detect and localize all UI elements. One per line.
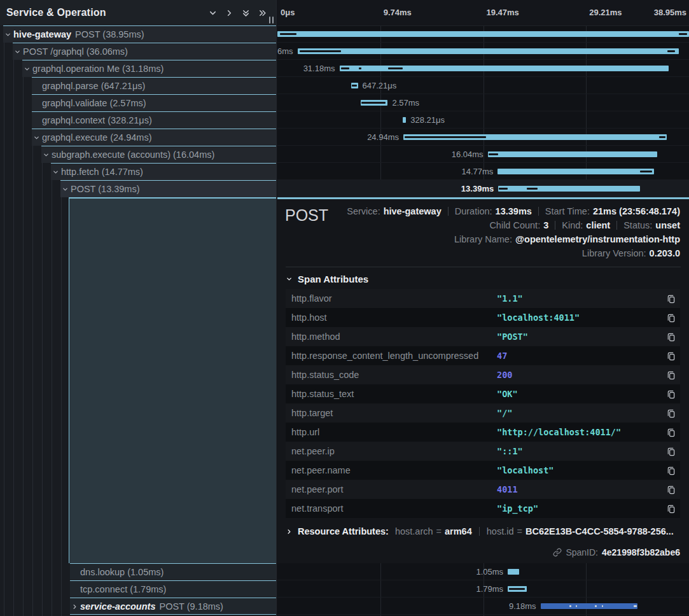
span-duration-label: 328.21μs	[410, 111, 445, 129]
span-tree-row[interactable]: dns.lookup (1.05ms)	[70, 563, 276, 580]
attribute-row: http.status_text"OK"	[286, 384, 680, 403]
span-duration-label: 31.18ms	[303, 60, 335, 77]
span-tree-row[interactable]: POST (13.39ms)	[60, 180, 276, 197]
copy-icon[interactable]	[662, 485, 680, 494]
span-duration-bar[interactable]	[488, 151, 657, 157]
span-attributes-toggle[interactable]: Span Attributes	[286, 274, 689, 284]
column-resizer-handle[interactable]	[268, 15, 275, 25]
copy-icon[interactable]	[662, 370, 680, 380]
meta-label: Child Count:	[489, 220, 540, 230]
child-span-mark	[280, 33, 296, 35]
copy-icon[interactable]	[662, 294, 680, 304]
span-tree-row[interactable]: graphql.context (328.21μs)	[32, 111, 276, 129]
span-duration-bar[interactable]	[403, 134, 667, 140]
child-span-mark	[499, 188, 507, 190]
meta-label: Library Version:	[582, 248, 646, 258]
copy-icon[interactable]	[662, 313, 680, 323]
span-tree-row[interactable]: graphql.validate (2.57ms)	[32, 94, 276, 111]
span-tree-label: graphql.operation Me (31.18ms)	[32, 64, 164, 74]
span-duration-label: 36.06ms	[277, 43, 293, 60]
chevron-down-icon[interactable]	[33, 134, 40, 141]
span-duration-bar[interactable]	[298, 48, 679, 54]
chevron-right-icon[interactable]	[221, 4, 237, 21]
attribute-row: http.host"localhost:4011"	[286, 308, 680, 327]
span-duration-bar[interactable]	[351, 83, 358, 88]
span-meta-line: Child Count:3Kind:clientStatus:unset	[347, 218, 680, 232]
span-tree-label: hive-gatewayPOST (38.95ms)	[13, 29, 144, 39]
span-bar-row[interactable]: 14.77ms	[277, 163, 689, 180]
collapse-all-icon[interactable]	[237, 4, 254, 21]
chevron-right-icon[interactable]	[71, 603, 78, 610]
span-duration-bar[interactable]	[361, 100, 388, 106]
span-duration-bar[interactable]	[508, 569, 518, 575]
span-attributes-table: http.flavor"1.1"http.host"localhost:4011…	[286, 289, 680, 518]
attribute-value: "localhost:4011"	[497, 312, 662, 323]
meta-value: @opentelemetry/instrumentation-http	[515, 234, 680, 244]
span-tree-row[interactable]: graphql.parse (647.21μs)	[32, 77, 276, 94]
attribute-row: http.url"http://localhost:4011/"	[286, 423, 680, 442]
ruler-tick-label: 9.74ms	[384, 0, 412, 25]
span-tree-row[interactable]: hive-gatewayPOST (38.95ms)	[3, 25, 276, 43]
link-icon[interactable]	[553, 548, 562, 557]
span-bar-row[interactable]: 13.39ms	[277, 180, 689, 197]
span-tree-row[interactable]: tcp.connect (1.79ms)	[70, 580, 276, 598]
span-bar-row[interactable]: 328.21μs	[277, 111, 689, 129]
span-bar-row[interactable]: 24.94ms	[277, 129, 689, 146]
resource-separator	[479, 527, 480, 536]
resource-attributes-row[interactable]: Resource Attributes:host.arch=arm64host.…	[286, 526, 681, 536]
span-bar-row[interactable]: 31.18ms	[277, 60, 689, 77]
indent-guide-line	[4, 25, 4, 616]
span-bar-row[interactable]: 1.05ms	[277, 563, 689, 580]
chevron-down-icon[interactable]	[14, 48, 21, 55]
copy-icon[interactable]	[662, 466, 680, 475]
span-tree-label: tcp.connect (1.79ms)	[80, 584, 166, 594]
chevron-down-icon[interactable]	[204, 4, 221, 21]
span-tree-row[interactable]: POST /graphql (36.06ms)	[13, 43, 276, 60]
chevron-down-icon	[286, 276, 293, 283]
child-span-mark	[489, 153, 498, 155]
attribute-value: "1.1"	[497, 293, 662, 304]
span-duration-bar[interactable]	[541, 603, 637, 609]
span-bar-row[interactable]: 38.95ms	[277, 25, 689, 43]
span-duration-bar[interactable]	[403, 117, 406, 123]
span-duration-bar[interactable]	[508, 586, 527, 592]
meta-label: Duration:	[455, 206, 492, 216]
attribute-row: http.flavor"1.1"	[286, 289, 680, 308]
ruler-tick-label: 19.47ms	[487, 0, 519, 25]
copy-icon[interactable]	[662, 447, 680, 456]
span-duration-bar[interactable]	[340, 66, 669, 71]
chevron-down-icon[interactable]	[52, 169, 59, 176]
span-bar-row[interactable]: 2.57ms	[277, 94, 689, 111]
span-duration-bar[interactable]	[277, 31, 689, 37]
span-tree-row[interactable]: http.fetch (14.77ms)	[51, 163, 276, 180]
copy-icon[interactable]	[662, 389, 680, 399]
child-span-mark	[388, 67, 403, 69]
chevron-down-icon[interactable]	[43, 151, 50, 158]
span-bar-row[interactable]: 9.18ms	[277, 598, 689, 615]
chevron-down-icon[interactable]	[24, 66, 31, 73]
span-tree-row[interactable]: subgraph.execute (accounts) (16.04ms)	[41, 146, 276, 163]
attribute-key: http.flavor	[286, 293, 497, 304]
span-tree-row[interactable]: service-accountsPOST (9.18ms)	[70, 598, 276, 615]
child-span-mark	[509, 588, 525, 590]
span-tree-label: service-accountsPOST (9.18ms)	[80, 601, 223, 612]
span-bar-row[interactable]: 36.06ms	[277, 43, 689, 60]
chevron-down-icon[interactable]	[62, 186, 69, 193]
indent-guide-line	[13, 25, 14, 616]
copy-icon[interactable]	[662, 504, 680, 514]
chevron-down-icon[interactable]	[4, 31, 11, 38]
copy-icon[interactable]	[662, 428, 680, 437]
span-tree-row[interactable]: graphql.operation Me (31.18ms)	[22, 60, 276, 77]
span-bar-row[interactable]: 1.79ms	[277, 580, 689, 598]
copy-icon[interactable]	[662, 409, 680, 418]
copy-icon[interactable]	[662, 351, 680, 361]
span-duration-bar[interactable]	[498, 186, 639, 192]
span-duration-bar[interactable]	[498, 169, 653, 174]
copy-icon[interactable]	[662, 332, 680, 342]
span-tree-row[interactable]: graphql.execute (24.94ms)	[32, 129, 276, 146]
span-bar-row[interactable]: 16.04ms	[277, 146, 689, 163]
span-duration-label: 2.57ms	[392, 94, 419, 111]
attribute-key: http.url	[286, 427, 497, 437]
span-bar-row[interactable]: 647.21μs	[277, 77, 689, 94]
attribute-value: "localhost"	[497, 465, 662, 475]
